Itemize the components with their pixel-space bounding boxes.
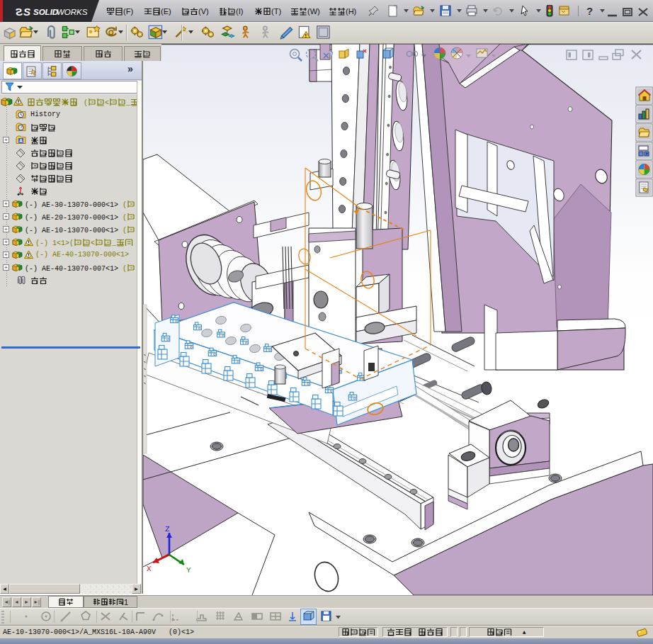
svg-text:SOLID: SOLID: [33, 8, 58, 16]
svg-text:Z: Z: [165, 525, 170, 533]
svg-text:A: A: [19, 138, 23, 144]
svg-text:Y: Y: [186, 566, 191, 575]
svg-text:X: X: [147, 565, 152, 573]
svg-text:S: S: [16, 6, 23, 18]
svg-text:S: S: [23, 6, 30, 18]
svg-text:!: !: [305, 33, 306, 39]
svg-text:WORKS: WORKS: [57, 8, 88, 16]
svg-text:?: ?: [586, 5, 593, 17]
